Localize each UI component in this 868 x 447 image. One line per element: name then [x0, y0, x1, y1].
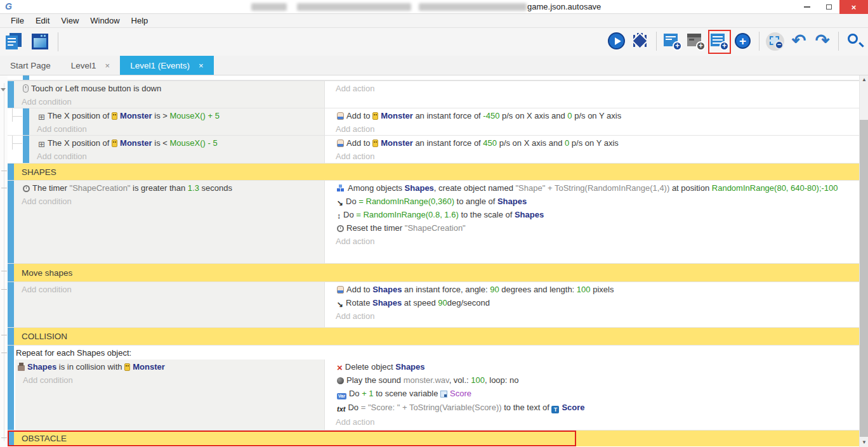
- events-list: Touch or Left mouse button is downAdd co…: [8, 75, 859, 446]
- scroll-down-arrow-icon[interactable]: ▼: [860, 438, 868, 447]
- add-action-placeholder[interactable]: Add action: [328, 150, 857, 163]
- foreach-header[interactable]: Repeat for each Shapes object:: [14, 346, 859, 360]
- search-button[interactable]: [845, 31, 864, 51]
- add-action-placeholder[interactable]: Add action: [328, 82, 857, 95]
- action-line[interactable]: ↕Do = RandomInRange(0.8, 1.6) to the sca…: [328, 208, 857, 221]
- text-segment: + 1: [362, 389, 373, 398]
- monster-icon: [112, 112, 117, 120]
- text-segment: 1.3: [188, 183, 199, 193]
- delete-selection-button[interactable]: −: [766, 31, 785, 51]
- close-icon[interactable]: ×: [105, 61, 110, 70]
- text-segment: The timer: [32, 183, 70, 193]
- add-condition-placeholder[interactable]: Add condition: [15, 373, 322, 387]
- scroll-up-arrow-icon[interactable]: ▲: [860, 75, 868, 84]
- tab-level1[interactable]: Level1×: [61, 56, 120, 75]
- scrollbar-thumb[interactable]: [860, 120, 868, 437]
- monster-icon: [372, 139, 378, 147]
- add-condition-placeholder[interactable]: Add condition: [29, 122, 322, 136]
- delete-icon: ×: [337, 365, 343, 371]
- tab-level1-events[interactable]: Level1 (Events)×: [120, 56, 213, 75]
- action-line[interactable]: Add to Shapes an instant force, angle: 9…: [328, 283, 857, 296]
- condition-line[interactable]: The timer "ShapeCreation" is greater tha…: [14, 181, 322, 195]
- tab-label: Level1 (Events): [130, 61, 190, 70]
- condition-line[interactable]: Shapes is in collision with Monster: [15, 360, 322, 373]
- event-color-bar: [8, 181, 14, 263]
- start-page-button[interactable]: [30, 32, 49, 52]
- action-line[interactable]: Add to Monster an instant force of -450 …: [328, 109, 857, 122]
- menu-help[interactable]: Help: [126, 16, 154, 25]
- comment-event[interactable]: OBSTACLE: [8, 430, 859, 446]
- menu-file[interactable]: File: [5, 16, 30, 25]
- action-line[interactable]: ↘Do = RandomInRange(0,360) to angle of S…: [328, 195, 857, 208]
- undo-button[interactable]: ↶: [789, 31, 808, 51]
- add-subevent-button[interactable]: +: [687, 31, 706, 51]
- gutter-mark: [1, 353, 7, 353]
- add-condition-placeholder[interactable]: Add condition: [14, 283, 322, 296]
- project-manager-button[interactable]: [5, 32, 24, 52]
- add-more-event-types-button[interactable]: +: [733, 31, 753, 51]
- text-segment: Shapes: [372, 285, 402, 294]
- action-line[interactable]: ↘Rotate Shapes at speed 90deg/second: [328, 296, 857, 309]
- add-action-placeholder[interactable]: Add action: [328, 235, 857, 248]
- foreach-event: Repeat for each Shapes object:Shapes is …: [8, 345, 859, 430]
- add-action-placeholder[interactable]: Add action: [328, 122, 857, 136]
- add-action-placeholder[interactable]: Add action: [328, 309, 857, 323]
- menu-edit[interactable]: Edit: [30, 16, 55, 25]
- event-color-bar: [23, 136, 29, 163]
- text-segment: Monster: [120, 111, 152, 120]
- add-event-button[interactable]: +: [663, 31, 682, 51]
- add-condition-placeholder[interactable]: Add condition: [29, 150, 322, 163]
- add-action-placeholder[interactable]: Add action: [328, 415, 857, 429]
- action-line[interactable]: Reset the timer "ShapeCreation": [328, 221, 857, 235]
- action-line[interactable]: Among objects Shapes, create object name…: [328, 181, 857, 195]
- text-segment: Shapes: [27, 362, 56, 372]
- window-title: game.json.autosave: [527, 2, 601, 11]
- action-line[interactable]: Add to Monster an instant force of 450 p…: [328, 136, 857, 150]
- condition-line[interactable]: ⊞The X position of Monster is > MouseX()…: [29, 109, 322, 122]
- text-segment: is in collision with: [56, 362, 124, 372]
- action-line[interactable]: Play the sound monster.wav, vol.: 100, l…: [328, 373, 857, 387]
- text-segment: p/s on X axis and: [499, 111, 567, 120]
- comment-label: COLLISION: [14, 328, 859, 345]
- rotate-icon: ↘: [337, 301, 343, 308]
- gutter-mark: [1, 335, 7, 335]
- condition-line[interactable]: ⊞The X position of Monster is < MouseX()…: [29, 136, 322, 150]
- undo-icon: ↶: [792, 31, 806, 50]
- add-condition-placeholder[interactable]: Add condition: [14, 195, 322, 208]
- text-segment: Monster: [381, 138, 413, 148]
- condition-line[interactable]: Touch or Left mouse button is down: [14, 82, 322, 95]
- action-line[interactable]: VarDo + 1 to scene variable Score: [328, 387, 857, 401]
- text-segment: is: [152, 138, 163, 148]
- tab-start-page[interactable]: Start Page: [0, 56, 61, 75]
- monster-icon: [372, 112, 378, 120]
- text-segment: to angle of: [454, 197, 497, 206]
- conditions-cell: Touch or Left mouse button is downAdd co…: [14, 81, 324, 108]
- comment-event[interactable]: COLLISION: [8, 327, 859, 345]
- close-icon[interactable]: ×: [199, 61, 204, 70]
- preview-play-button[interactable]: [607, 31, 626, 51]
- comment-event[interactable]: Move shapes: [8, 263, 859, 282]
- event-row: Add conditionAdd to Shapes an instant fo…: [8, 282, 859, 327]
- add-condition-placeholder[interactable]: Add condition: [14, 95, 322, 108]
- add-comment-button[interactable]: +: [710, 31, 729, 51]
- maximize-button[interactable]: [818, 0, 839, 14]
- action-line[interactable]: txtDo = "Score: " + ToString(Variable(Sc…: [328, 401, 857, 415]
- debug-button[interactable]: [631, 31, 650, 51]
- menu-view[interactable]: View: [55, 16, 84, 25]
- vertical-scrollbar[interactable]: ▲ ▼: [859, 75, 868, 447]
- event-color-bar: [8, 346, 14, 430]
- text-segment: MouseX() - 5: [169, 138, 217, 148]
- text-segment: p/s on X axis and: [497, 138, 565, 148]
- toolbar: + + + + − ↶ ↷: [0, 28, 868, 56]
- comment-event[interactable]: SHAPES: [8, 163, 859, 180]
- menu-window[interactable]: Window: [84, 16, 125, 25]
- comment-label: OBSTACLE: [14, 431, 859, 446]
- minimize-button[interactable]: [796, 0, 818, 14]
- actions-cell: ×Delete object ShapesPlay the sound mons…: [324, 360, 859, 430]
- action-line[interactable]: ×Delete object Shapes: [328, 360, 857, 373]
- close-button[interactable]: ×: [839, 0, 868, 14]
- timer-icon: [337, 225, 344, 232]
- tab-label: Level1: [71, 61, 96, 70]
- hand-icon: [337, 139, 344, 147]
- redo-button[interactable]: ↷: [813, 31, 832, 51]
